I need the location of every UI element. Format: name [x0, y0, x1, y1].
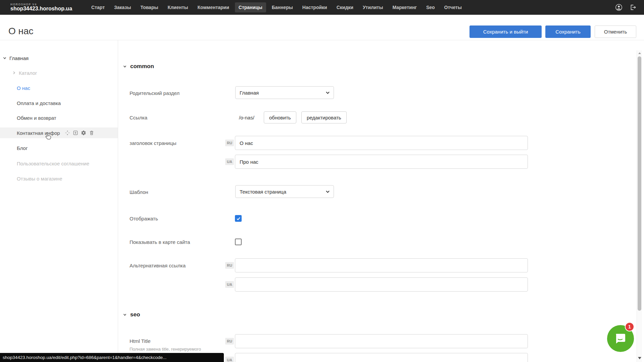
section-common-label: common: [130, 63, 154, 70]
chevron-down-icon: [326, 92, 330, 94]
add-page-icon[interactable]: [73, 130, 78, 136]
chevron-down-icon: [326, 191, 330, 193]
sitemap-checkbox[interactable]: [235, 239, 242, 245]
nav-item-start[interactable]: Старт: [88, 2, 108, 12]
tree-item-kontaktnaya[interactable]: Контактная инфор: [0, 127, 118, 138]
nav-item-utilities[interactable]: Утилиты: [359, 2, 387, 12]
check-icon: [236, 216, 241, 221]
display-label: Отображать: [130, 216, 158, 221]
link-update-button[interactable]: обновить: [264, 111, 296, 123]
nav-item-comments[interactable]: Комментарии: [194, 2, 233, 12]
page-title-field-label: заголовок страницы: [130, 140, 177, 146]
alt-link-ua-input[interactable]: [235, 277, 528, 292]
tree-item-blog[interactable]: Блог: [0, 143, 118, 153]
main-nav: Старт Заказы Товары Клиенты Комментарии …: [88, 2, 465, 12]
scrollbar-down-arrow-icon[interactable]: [638, 357, 641, 359]
sidebar-divider: [118, 40, 118, 362]
parent-section-value: Главная: [240, 90, 259, 96]
link-path-value: /o-nas/: [239, 115, 254, 120]
alt-link-ru-input[interactable]: [235, 258, 528, 272]
html-title-ru-input[interactable]: [235, 334, 528, 348]
html-title-hint: Полная замена title, генерируемого: [130, 347, 201, 352]
tree-item-label: О нас: [17, 85, 30, 91]
section-seo[interactable]: seo: [123, 311, 140, 318]
display-checkbox[interactable]: [235, 215, 242, 222]
lang-badge-ua: UA: [225, 357, 234, 362]
tree-item-label: Контактная инфор: [17, 130, 60, 136]
template-value: Текстовая страница: [240, 189, 286, 195]
brand-logo[interactable]: HOROSHOP V4 shop34423.horoshop.ua: [10, 3, 72, 12]
chat-unread-badge: 1: [625, 322, 634, 331]
nav-item-pages[interactable]: Страницы: [235, 2, 266, 12]
lang-badge-ua: UA: [225, 158, 234, 165]
tree-item-actions: [65, 130, 94, 136]
cancel-button[interactable]: Отменить: [595, 25, 636, 38]
trash-icon[interactable]: [89, 130, 94, 136]
tree-item-agreement[interactable]: Пользовательское соглашение: [0, 158, 118, 169]
logout-icon[interactable]: [629, 4, 637, 11]
brand-domain-label: shop34423.horoshop.ua: [10, 6, 72, 12]
link-preview-statusbar: shop34423.horoshop.ua/edit/edit.php?id=6…: [0, 353, 224, 362]
nav-item-orders[interactable]: Заказы: [110, 2, 135, 12]
section-seo-label: seo: [130, 311, 140, 318]
nav-item-settings[interactable]: Настройки: [299, 2, 331, 12]
vertical-scrollbar[interactable]: [637, 50, 642, 362]
tree-item-label: Отзывы о магазине: [17, 176, 62, 182]
link-edit-button[interactable]: редактировать: [301, 111, 347, 123]
tree-item-label: Обмен и возврат: [17, 115, 56, 121]
nav-item-discounts[interactable]: Скидки: [333, 2, 357, 12]
top-navigation-bar: HOROSHOP V4 shop34423.horoshop.ua Старт …: [0, 0, 644, 15]
lang-badge-ru: RU: [225, 140, 234, 146]
parent-section-select[interactable]: Главная: [235, 86, 334, 99]
template-select[interactable]: Текстовая страница: [235, 185, 334, 198]
scrollbar-up-arrow-icon[interactable]: [638, 52, 641, 54]
pages-tree-sidebar: Главная Каталог О нас Оплата и доставка …: [0, 40, 118, 362]
nav-item-reports[interactable]: Отчеты: [441, 2, 465, 12]
lang-badge-ua: UA: [225, 281, 234, 288]
template-label: Шаблон: [130, 189, 148, 195]
chevron-right-icon: [12, 71, 16, 75]
page-title-ru-input[interactable]: [235, 136, 528, 150]
nav-item-products[interactable]: Товары: [137, 2, 162, 12]
chat-bubble-icon: [614, 332, 627, 345]
section-common[interactable]: common: [123, 63, 154, 70]
tree-item-label: Главная: [9, 55, 29, 61]
parent-section-label: Родительский раздел: [130, 90, 180, 96]
link-label: Ссылка: [130, 115, 147, 120]
chevron-down-icon: [3, 56, 7, 60]
tree-item-label: Блог: [17, 145, 28, 151]
lang-badge-ru: RU: [225, 338, 234, 345]
gear-icon[interactable]: [81, 130, 86, 136]
tree-item-obmen[interactable]: Обмен и возврат: [0, 112, 118, 123]
tree-item-label: Пользовательское соглашение: [17, 161, 89, 166]
save-and-exit-button[interactable]: Сохранить и выйти: [469, 25, 542, 38]
tree-item-glavnaya[interactable]: Главная: [0, 53, 118, 63]
sitemap-label: Показывать в карте сайта: [130, 239, 190, 245]
account-icon[interactable]: [615, 4, 623, 11]
nav-item-clients[interactable]: Клиенты: [164, 2, 192, 12]
chevron-down-icon: [123, 313, 127, 317]
tree-item-oplata[interactable]: Оплата и доставка: [0, 98, 118, 108]
tree-item-o-nas[interactable]: О нас: [0, 83, 118, 93]
nav-item-banners[interactable]: Баннеры: [268, 2, 297, 12]
tree-item-katalog[interactable]: Каталог: [0, 67, 118, 78]
nav-item-marketing[interactable]: Маркетинг: [389, 2, 420, 12]
tree-item-label: Каталог: [19, 70, 37, 76]
save-button[interactable]: Сохранить: [545, 25, 591, 38]
lang-badge-ru: RU: [225, 262, 234, 269]
statusbar-url: shop34423.horoshop.ua/edit/edit.php?id=6…: [3, 355, 166, 360]
tree-item-label: Оплата и доставка: [17, 100, 61, 106]
page-title-ua-input[interactable]: [235, 155, 528, 169]
html-title-ua-input[interactable]: [235, 353, 528, 362]
scrollbar-thumb[interactable]: [638, 56, 641, 311]
drag-move-icon[interactable]: [65, 130, 70, 136]
tree-item-reviews[interactable]: Отзывы о магазине: [0, 173, 118, 184]
nav-item-seo[interactable]: Seo: [423, 2, 439, 12]
alt-link-label: Альтернативная ссылка: [130, 263, 186, 268]
chevron-down-icon: [123, 64, 127, 68]
html-title-label: Html Title: [130, 338, 151, 344]
page-title: О нас: [8, 26, 34, 37]
